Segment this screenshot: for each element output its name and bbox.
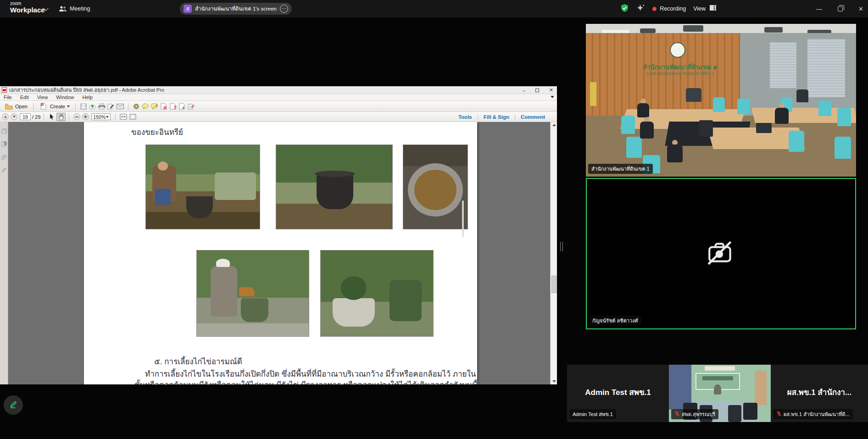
pdf-scrollbar[interactable] bbox=[550, 122, 557, 384]
conference-room-scene: สำนักงานพัฒนาที่ดินเขต ๑ Land Developmen… bbox=[586, 24, 856, 177]
scroll-up-icon[interactable] bbox=[552, 124, 556, 126]
upload-cloud-icon[interactable] bbox=[88, 102, 97, 111]
acrobat-restore-button[interactable] bbox=[535, 89, 539, 92]
shared-screen-scrollbar[interactable] bbox=[462, 200, 464, 237]
annotation-note-icon[interactable] bbox=[150, 102, 159, 111]
menu-window[interactable]: Window bbox=[56, 94, 74, 100]
zoom-in-button[interactable] bbox=[82, 113, 89, 120]
email-icon[interactable] bbox=[116, 102, 125, 111]
form-edit-icon[interactable] bbox=[187, 102, 196, 111]
save-icon[interactable] bbox=[79, 102, 88, 111]
participant-figure bbox=[775, 103, 789, 126]
zoom-out-button[interactable] bbox=[73, 113, 80, 120]
thumbnail-name-label: ผส.พข.1 สำนักงานพัฒนาที่ดิ... bbox=[773, 409, 853, 419]
ai-sparkle-icon[interactable] bbox=[636, 4, 645, 14]
laptop bbox=[756, 123, 772, 133]
tab-comment[interactable]: Comment bbox=[515, 114, 551, 120]
acrobat-menubar: File Edit View Window Help bbox=[0, 94, 557, 101]
security-shield-icon[interactable] bbox=[620, 4, 629, 14]
shared-screen-pill[interactable]: ส สำนักงานพัฒนาที่ดินเขต 1's screen ⋯ bbox=[180, 3, 292, 15]
gear-icon[interactable] bbox=[132, 102, 141, 111]
minimize-button[interactable]: — bbox=[816, 6, 822, 12]
thumbnail-label-text: สพด.สุพรรณบุรี bbox=[682, 410, 715, 418]
shared-screen-avatar: ส bbox=[184, 5, 192, 13]
sign-pen-icon[interactable] bbox=[106, 102, 116, 111]
view-button[interactable]: View bbox=[693, 5, 717, 13]
bookmarks-icon[interactable] bbox=[1, 140, 7, 146]
menu-edit[interactable]: Edit bbox=[20, 94, 29, 100]
mic-muted-icon bbox=[776, 411, 782, 417]
open-button[interactable]: Open bbox=[2, 101, 30, 111]
thumbnail-display-name: ผส.พข.1 สำนักงา... bbox=[771, 386, 868, 398]
acrobat-titlebar[interactable]: เอกสารประกอบหมอดินดีเด่น ปี69 สพด.อยุธยา… bbox=[0, 86, 557, 94]
hand-tool-icon[interactable] bbox=[56, 113, 66, 121]
acrobat-window-controls: – ✕ bbox=[523, 86, 553, 94]
shared-screen-title: สำนักงานพัฒนาที่ดินเขต 1's screen bbox=[195, 5, 277, 13]
menu-file[interactable]: File bbox=[4, 94, 12, 100]
create-label: Create bbox=[50, 104, 65, 109]
pdf-document-area[interactable]: ของขยะอินทรีย์ bbox=[8, 122, 550, 384]
pdf-photo-plants-concrete-pots bbox=[320, 250, 434, 337]
menubar-caret-icon[interactable] bbox=[551, 96, 554, 98]
thumbnail-tile-director[interactable]: ผส.พข.1 สำนักงา... ผส.พข.1 สำนักงานพัฒนา… bbox=[771, 365, 868, 422]
hand-cursor-icon bbox=[451, 383, 458, 384]
pdf-top-text: ของขยะอินทรีย์ bbox=[131, 126, 183, 138]
print-icon[interactable] bbox=[97, 102, 106, 111]
folder-open-icon bbox=[4, 102, 13, 111]
menu-help[interactable]: Help bbox=[82, 94, 93, 100]
panel-resize-handle[interactable] bbox=[560, 242, 563, 251]
pdf-export-icon[interactable] bbox=[178, 102, 187, 111]
page-number-input[interactable]: 19 bbox=[20, 113, 31, 120]
page-total-label: / 29 bbox=[32, 114, 40, 120]
create-caret-icon bbox=[67, 106, 70, 107]
pdf-photo-farmer-compost-pots bbox=[145, 144, 260, 229]
pdf-section-heading: ๕. การเลี้ยงไก่ไข่อารมณ์ดี bbox=[154, 355, 242, 367]
previous-page-button[interactable] bbox=[2, 113, 9, 120]
scrollbar-thumb[interactable] bbox=[551, 276, 556, 293]
zoom-level-select[interactable]: 150% bbox=[91, 113, 111, 120]
tab-meeting[interactable]: Meeting bbox=[70, 6, 90, 12]
video-tile-main[interactable]: สำนักงานพัฒนาที่ดินเขต ๑ Land Developmen… bbox=[586, 24, 856, 177]
scroll-down-icon[interactable] bbox=[552, 380, 556, 383]
next-page-button[interactable] bbox=[11, 113, 17, 120]
zoom-workplace-logo: zoom Workplace bbox=[10, 1, 45, 13]
pdf-attach-icon[interactable] bbox=[168, 102, 178, 111]
signatures-icon[interactable] bbox=[1, 166, 7, 172]
tab-fill-sign[interactable]: Fill & Sign bbox=[478, 114, 515, 120]
close-button[interactable]: ✕ bbox=[858, 6, 863, 12]
pdf-delete-icon[interactable] bbox=[159, 102, 168, 111]
thumbnail-tile-admin-test[interactable]: Admin Test สพข.1 Admin Test สพข.1 bbox=[567, 365, 669, 422]
mic-muted-icon bbox=[674, 411, 680, 417]
pdf-body-line1: ทำการเลี้ยงไก่ไขในโรงเรือนกึ่งเปิดกึ่งปิ… bbox=[145, 367, 476, 380]
main-video-name: สำนักงานพัฒนาที่ดินเขต 1 bbox=[591, 165, 650, 173]
active-video-name: กัญจน์รัชต์ ลชิตาวงศ์ bbox=[592, 317, 638, 325]
thumbnail-display-name: Admin Test สพข.1 bbox=[567, 386, 669, 398]
page-thumbnails-icon[interactable] bbox=[1, 128, 7, 133]
thumbnail-name-label: Admin Test สพข.1 bbox=[569, 409, 616, 419]
pdf-photo-man-watering-plants bbox=[196, 250, 309, 337]
acrobat-close-button[interactable]: ✕ bbox=[549, 87, 553, 93]
create-button[interactable]: Create bbox=[37, 101, 72, 111]
menu-view[interactable]: View bbox=[37, 94, 48, 100]
video-tile-active-speaker[interactable]: กัญจน์รัชต์ ลชิตาวงศ์ bbox=[586, 178, 856, 329]
attachments-icon[interactable] bbox=[1, 153, 7, 159]
wall-sign-thai: สำนักงานพัฒนาที่ดินเขต ๑ bbox=[643, 62, 717, 72]
pdf-page[interactable]: ของขยะอินทรีย์ bbox=[84, 122, 477, 384]
restore-button[interactable] bbox=[838, 6, 843, 11]
participant-figure bbox=[667, 140, 683, 166]
comment-bubble-icon[interactable] bbox=[141, 102, 150, 111]
participant-figure bbox=[637, 99, 649, 119]
acrobat-window-title: เอกสารประกอบหมอดินดีเด่น ปี69 สพด.อยุธยา… bbox=[9, 86, 164, 94]
acrobat-minimize-button[interactable]: – bbox=[523, 88, 525, 93]
select-tool-icon[interactable] bbox=[47, 113, 56, 121]
shared-screen-more-icon[interactable]: ⋯ bbox=[280, 5, 288, 13]
open-label: Open bbox=[15, 104, 28, 109]
fit-width-icon[interactable] bbox=[119, 113, 128, 121]
topbar-status-cluster: Recording View bbox=[620, 0, 717, 17]
brand-zoom: zoom bbox=[10, 1, 45, 6]
fit-page-icon[interactable] bbox=[128, 113, 137, 121]
acrobat-panel-tabs: Tools Fill & Sign Comment bbox=[453, 112, 551, 122]
tab-tools[interactable]: Tools bbox=[453, 114, 478, 120]
thumbnail-tile-suphanburi[interactable]: สพด.สุพรรณบุรี bbox=[669, 365, 771, 422]
annotate-button[interactable] bbox=[4, 395, 23, 415]
